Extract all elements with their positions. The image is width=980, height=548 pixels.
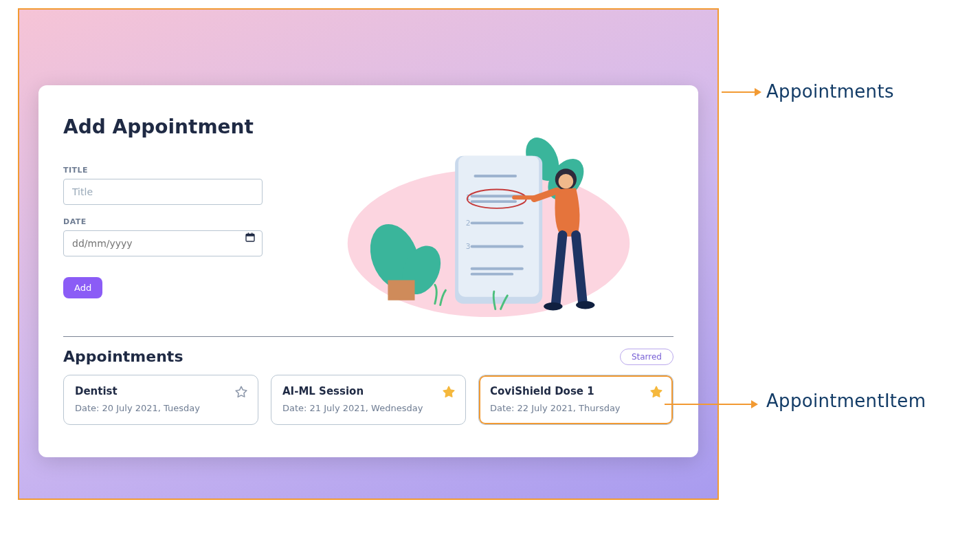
- appointment-title: AI-ML Session: [282, 385, 454, 397]
- annotation-arrow-icon: [663, 397, 759, 411]
- svg-text:3: 3: [466, 242, 471, 251]
- appointment-date: Date: 20 July 2021, Tuesday: [75, 403, 247, 413]
- star-toggle-button[interactable]: [232, 382, 251, 404]
- appointments-illustration: 1 2 3: [304, 116, 673, 317]
- date-label: DATE: [63, 217, 263, 226]
- annotation-label-appointmentitem: AppointmentItem: [766, 391, 926, 411]
- svg-rect-9: [388, 280, 414, 300]
- title-label: TITLE: [63, 166, 283, 175]
- add-appointment-section: Add Appointment TITLE DATE Add: [63, 116, 673, 317]
- add-button[interactable]: Add: [63, 277, 102, 298]
- form-heading: Add Appointment: [63, 116, 283, 138]
- star-filled-icon: [649, 391, 663, 401]
- svg-point-26: [544, 303, 562, 311]
- svg-text:2: 2: [466, 219, 471, 228]
- date-input[interactable]: [63, 230, 263, 256]
- svg-point-25: [559, 174, 573, 188]
- star-filled-icon: [442, 391, 456, 401]
- appointments-list: Dentist Date: 20 July 2021, Tuesday AI-M…: [63, 375, 673, 425]
- appointments-card: Add Appointment TITLE DATE Add: [38, 85, 698, 457]
- section-divider: [63, 336, 673, 337]
- starred-filter-button[interactable]: Starred: [620, 349, 673, 365]
- appointment-item: CoviShield Dose 1 Date: 22 July 2021, Th…: [478, 375, 673, 425]
- appointment-title: CoviShield Dose 1: [490, 385, 662, 397]
- star-outline-icon: [234, 391, 248, 401]
- svg-marker-31: [751, 400, 758, 408]
- appointment-date: Date: 21 July 2021, Wednesday: [282, 403, 454, 413]
- appointment-date: Date: 22 July 2021, Thursday: [490, 403, 662, 413]
- svg-point-27: [576, 301, 594, 309]
- title-input[interactable]: [63, 179, 263, 205]
- svg-marker-29: [755, 88, 761, 96]
- appointments-heading: Appointments: [63, 348, 183, 365]
- appointment-item: Dentist Date: 20 July 2021, Tuesday: [63, 375, 258, 425]
- annotation-label-appointments: Appointments: [766, 81, 894, 102]
- star-toggle-button[interactable]: [439, 382, 458, 404]
- appointments-component: Add Appointment TITLE DATE Add: [18, 8, 719, 500]
- annotation-arrow-icon: [720, 85, 761, 99]
- appointment-title: Dentist: [75, 385, 247, 397]
- appointment-item: AI-ML Session Date: 21 July 2021, Wednes…: [271, 375, 466, 425]
